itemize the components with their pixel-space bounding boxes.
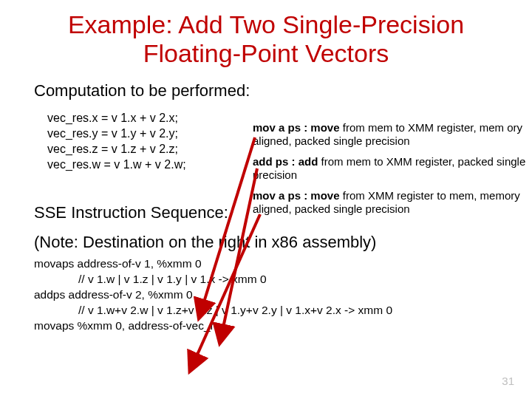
def-movaps-store: mov a ps : move from XMM register to mem… (253, 189, 532, 216)
asm-line: movaps address-of-v 1, %xmm 0 (34, 256, 498, 272)
def-term: mov a ps : move (253, 121, 340, 134)
def-term: add ps : add (253, 155, 318, 168)
computation-subhead: Computation to be performed: (34, 81, 498, 100)
slide: Example: Add Two Single-Precision Floati… (0, 0, 532, 399)
slide-title: Example: Add Two Single-Precision Floati… (34, 10, 498, 68)
asm-line: movaps %xmm 0, address-of-vec_res (34, 318, 498, 334)
def-addps: add ps : add from mem to XMM register, p… (253, 155, 532, 182)
page-number: 31 (502, 375, 514, 387)
def-term: mov a ps : move (253, 189, 340, 202)
note-destination-right: (Note: Destination on the right in x86 a… (34, 233, 498, 252)
asm-comment: // v 1.w | v 1.z | v 1.y | v 1.x -> xmm … (34, 272, 498, 287)
asm-comment: // v 1.w+v 2.w | v 1.z+v 2.z | v 1.y+v 2… (34, 303, 498, 318)
def-movaps-load: mov a ps : move from mem to XMM register… (253, 121, 532, 148)
asm-line: addps address-of-v 2, %xmm 0 (34, 287, 498, 303)
asm-block: movaps address-of-v 1, %xmm 0 // v 1.w |… (34, 256, 498, 334)
instruction-defs: mov a ps : move from mem to XMM register… (253, 121, 532, 223)
